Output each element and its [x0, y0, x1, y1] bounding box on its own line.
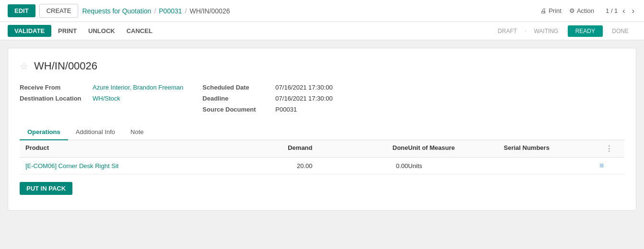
source-doc-label: Source Document	[202, 106, 269, 113]
gear-icon: ⚙	[569, 7, 575, 14]
destination-label: Destination Location	[20, 95, 87, 102]
pagination: 1 / 1 ‹ ›	[606, 6, 636, 16]
create-button[interactable]: CREATE	[39, 4, 79, 18]
print-action-group: 🖨 Print ⚙ Action	[540, 7, 594, 14]
col-header-serial: Serial Numbers	[504, 144, 600, 153]
fields-section: Receive From Azure Interior, Brandon Fre…	[20, 84, 624, 113]
document-card: ☆ WH/IN/00026 Receive From Azure Interio…	[8, 48, 636, 211]
put-in-pack-button[interactable]: PUT IN PACK	[20, 182, 72, 195]
field-receive-from: Receive From Azure Interior, Brandon Fre…	[20, 84, 183, 91]
breadcrumb-part2[interactable]: P00031	[159, 7, 182, 15]
scheduled-date-value: 07/16/2021 17:30:00	[275, 84, 332, 91]
breadcrumb-sep1: /	[154, 7, 156, 15]
list-detail-icon[interactable]: ≡	[599, 161, 619, 170]
status-draft: DRAFT	[490, 25, 525, 37]
action-link[interactable]: ⚙ Action	[569, 7, 594, 14]
row-uom: Units	[408, 162, 504, 170]
edit-button[interactable]: EDIT	[8, 4, 35, 17]
status-ready: READY	[568, 25, 603, 37]
source-doc-value: P00031	[275, 106, 297, 113]
next-button[interactable]: ›	[630, 6, 636, 16]
table-header: Product Demand Done Unit of Measure Seri…	[20, 140, 624, 158]
print-label: Print	[549, 7, 562, 14]
col-header-uom: Unit of Measure	[408, 144, 504, 153]
prev-button[interactable]: ‹	[621, 6, 627, 16]
document-title: WH/IN/00026	[34, 60, 97, 72]
print-icon: 🖨	[540, 7, 547, 14]
col-header-product: Product	[25, 144, 217, 153]
fields-left: Receive From Azure Interior, Brandon Fre…	[20, 84, 183, 113]
pagination-count: 1 / 1	[606, 7, 618, 14]
action-bar: VALIDATE PRINT UNLOCK CANCEL DRAFT › WAI…	[0, 22, 644, 40]
unlock-button[interactable]: UNLOCK	[83, 25, 120, 37]
row-product[interactable]: [E-COM06] Corner Desk Right Sit	[25, 162, 217, 170]
tab-additional-info[interactable]: Additional Info	[68, 124, 123, 140]
table-row: [E-COM06] Corner Desk Right Sit 20.00 0.…	[20, 158, 624, 174]
breadcrumb-part1[interactable]: Requests for Quotation	[82, 7, 151, 15]
receive-from-value[interactable]: Azure Interior, Brandon Freeman	[93, 84, 183, 91]
col-header-done: Done	[313, 144, 409, 153]
print-link[interactable]: 🖨 Print	[540, 7, 562, 14]
top-bar: EDIT CREATE Requests for Quotation / P00…	[0, 0, 644, 22]
field-source-doc: Source Document P00031	[202, 106, 332, 113]
status-bar: DRAFT › WAITING › READY › DONE	[490, 25, 636, 37]
field-deadline: Deadline 07/16/2021 17:30:00	[202, 95, 332, 102]
row-demand: 20.00	[217, 162, 313, 170]
validate-button[interactable]: VALIDATE	[8, 25, 51, 37]
col-header-demand: Demand	[217, 144, 313, 153]
breadcrumb: Requests for Quotation / P00031 / WH/IN/…	[82, 7, 537, 15]
footer-actions: PUT IN PACK	[20, 174, 624, 199]
status-waiting: WAITING	[526, 25, 566, 37]
action-label: Action	[577, 7, 594, 14]
print-button[interactable]: PRINT	[53, 25, 82, 37]
table-section: Product Demand Done Unit of Measure Seri…	[20, 140, 624, 174]
fields-right: Scheduled Date 07/16/2021 17:30:00 Deadl…	[202, 84, 332, 113]
destination-value[interactable]: WH/Stock	[93, 95, 120, 102]
row-done: 0.00	[313, 162, 409, 170]
favorite-icon[interactable]: ☆	[20, 60, 28, 72]
field-scheduled-date: Scheduled Date 07/16/2021 17:30:00	[202, 84, 332, 91]
main-content: ☆ WH/IN/00026 Receive From Azure Interio…	[0, 40, 644, 218]
breadcrumb-current: WH/IN/00026	[189, 7, 230, 15]
doc-header: ☆ WH/IN/00026	[20, 60, 624, 72]
deadline-label: Deadline	[202, 95, 269, 102]
status-done: DONE	[604, 25, 636, 37]
breadcrumb-sep2: /	[185, 7, 187, 15]
scheduled-date-label: Scheduled Date	[202, 84, 269, 91]
tabs: Operations Additional Info Note	[20, 124, 624, 140]
field-destination: Destination Location WH/Stock	[20, 95, 183, 102]
deadline-value: 07/16/2021 17:30:00	[275, 95, 332, 102]
cancel-button[interactable]: CANCEL	[122, 25, 157, 37]
table-menu-dots[interactable]: ⋮	[599, 144, 619, 153]
receive-from-label: Receive From	[20, 84, 87, 91]
tab-operations[interactable]: Operations	[20, 124, 68, 140]
tab-note[interactable]: Note	[123, 124, 151, 140]
